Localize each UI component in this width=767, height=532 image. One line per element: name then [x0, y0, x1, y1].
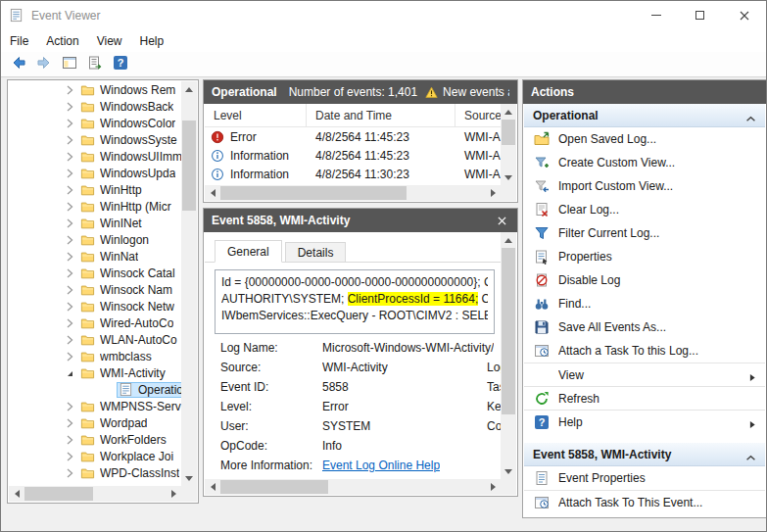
action-view[interactable]: View [524, 363, 765, 386]
scroll-thumb[interactable] [182, 121, 196, 211]
scroll-right-arrow[interactable] [485, 185, 501, 201]
folder-icon [80, 415, 96, 430]
tree-item-operational[interactable]: Operational [9, 381, 181, 398]
tree-item-wininet[interactable]: WinINet [9, 215, 181, 231]
event-log-online-help-link[interactable]: Event Log Online Help [322, 459, 440, 472]
scroll-left-arrow[interactable] [9, 486, 24, 502]
tree-item-wmpnss-serv[interactable]: WMPNSS-Serv [9, 398, 181, 414]
tree-horizontal-scrollbar[interactable] [9, 486, 181, 502]
menu-help[interactable]: Help [131, 30, 173, 52]
event-source-cell: WMI-A... [455, 149, 501, 163]
column-date[interactable]: Date and Time [307, 104, 455, 126]
tree-item-wired-autoco[interactable]: Wired-AutoCo [9, 314, 181, 331]
action-help[interactable]: ?Help [524, 410, 765, 433]
scroll-thumb[interactable] [502, 120, 515, 145]
event-row[interactable]: Information4/8/2564 11:30:23WMI-A... [205, 165, 501, 183]
action-create-custom-view[interactable]: Create Custom View... [524, 151, 765, 174]
tree-item-wmi-activity[interactable]: WMI-Activity [9, 364, 181, 381]
scroll-up-arrow[interactable] [181, 81, 197, 97]
tree-item-winsock-netw[interactable]: Winsock Netw [9, 298, 181, 314]
svg-text:?: ? [539, 416, 546, 428]
action-filter-current-log[interactable]: Filter Current Log... [524, 221, 765, 245]
column-source[interactable]: Source [455, 104, 501, 126]
field-label: Level: [220, 400, 322, 413]
close-details-button[interactable] [494, 214, 509, 227]
folder-icon [80, 82, 96, 97]
scroll-down-arrow[interactable] [181, 470, 197, 486]
event-message-box[interactable]: Id = {00000000-0000-0000-0000-0000000000… [215, 269, 495, 334]
tree-item-wmbclass[interactable]: wmbclass [9, 348, 181, 364]
action-properties[interactable]: Properties [524, 245, 765, 268]
actions-section-event-5858-wmi-activity[interactable]: Event 5858, WMI-Activity [524, 443, 765, 466]
menu-file[interactable]: File [1, 30, 37, 52]
toolbar-forward-arrow-icon[interactable] [32, 54, 56, 75]
tree-item-wpd-classinst[interactable]: WPD-ClassInst [9, 464, 181, 481]
minimize-button[interactable] [634, 1, 678, 29]
action-label: Create Custom View... [558, 156, 691, 169]
list-horizontal-scrollbar[interactable] [205, 185, 501, 201]
event-details-title: Event 5858, WMI-Activity [212, 214, 350, 227]
tree-item-workfolders[interactable]: WorkFolders [9, 431, 181, 448]
tree-item-winsock-nam[interactable]: Winsock Nam [9, 281, 181, 298]
detail-field-source: Source:WMI-ActivityLogge [220, 358, 501, 377]
tree-item-winlogon[interactable]: Winlogon [9, 231, 181, 248]
maximize-button[interactable] [678, 1, 722, 29]
tree-item-wlan-autoco[interactable]: WLAN-AutoCo [9, 331, 181, 348]
event-row[interactable]: Error4/8/2564 11:45:23WMI-A... [205, 127, 501, 146]
scroll-right-arrow[interactable] [485, 479, 501, 495]
scroll-thumb[interactable] [502, 248, 515, 414]
scroll-thumb[interactable] [220, 186, 407, 200]
action-save-all-events-as[interactable]: Save All Events As... [524, 315, 765, 339]
tree-vertical-scrollbar[interactable] [181, 81, 197, 486]
close-button[interactable] [722, 1, 766, 29]
tree-item-wordpad[interactable]: Wordpad [9, 414, 181, 431]
event-row[interactable]: Information4/8/2564 11:45:23WMI-A... [205, 146, 501, 165]
tree-item-windows-rem[interactable]: Windows Rem [9, 81, 181, 98]
tree-item-windowsback[interactable]: WindowsBack [9, 98, 181, 115]
toolbar-back-arrow-icon[interactable] [7, 54, 30, 75]
scroll-up-arrow[interactable] [501, 232, 516, 248]
scroll-up-arrow[interactable] [501, 104, 516, 120]
tab-general[interactable]: General [215, 240, 282, 263]
scroll-down-arrow[interactable] [501, 169, 516, 185]
menu-action[interactable]: Action [37, 30, 87, 52]
details-horizontal-scrollbar[interactable] [205, 479, 501, 495]
action-clear-log[interactable]: Clear Log... [524, 198, 765, 221]
scroll-thumb[interactable] [24, 487, 93, 501]
action-attach-a-task-to-this-log[interactable]: Attach a Task To this Log... [524, 339, 765, 363]
column-level[interactable]: Level [205, 104, 307, 126]
scroll-down-arrow[interactable] [501, 463, 516, 479]
scroll-thumb[interactable] [220, 480, 328, 494]
action-attach-task-to-this-event[interactable]: Attach Task To This Event... [524, 490, 765, 513]
action-import-custom-view[interactable]: Import Custom View... [524, 174, 765, 198]
toolbar-help-icon[interactable]: ? [109, 54, 132, 75]
action-disable-log[interactable]: Disable Log [524, 268, 765, 292]
folder-icon [80, 299, 96, 314]
import-custom-view-icon [534, 178, 550, 194]
tree-item-winhttp-micr[interactable]: WinHttp (Micr [9, 198, 181, 215]
tree-item-windowsuiimm[interactable]: WindowsUIImm [9, 148, 181, 165]
action-refresh[interactable]: Refresh [524, 386, 765, 410]
actions-section-operational[interactable]: Operational [524, 104, 765, 127]
toolbar-console-tree-icon[interactable] [58, 54, 81, 75]
action-open-saved-log[interactable]: Open Saved Log... [524, 127, 765, 151]
action-label: Event Properties [558, 471, 661, 485]
tab-details[interactable]: Details [285, 242, 347, 263]
tree-item-winnat[interactable]: WinNat [9, 248, 181, 265]
scroll-left-arrow[interactable] [205, 479, 220, 495]
tree-item-windowscolor[interactable]: WindowsColor [9, 115, 181, 131]
tree-item-winsock-catal[interactable]: Winsock Catal [9, 265, 181, 281]
menu-view[interactable]: View [88, 30, 131, 52]
scroll-right-arrow[interactable] [166, 486, 181, 502]
action-event-properties[interactable]: Event Properties [524, 466, 765, 490]
details-vertical-scrollbar[interactable] [501, 232, 516, 479]
tree-item-windowssyste[interactable]: WindowsSyste [9, 131, 181, 148]
scroll-left-arrow[interactable] [205, 185, 220, 201]
action-find[interactable]: Find... [524, 292, 765, 315]
list-vertical-scrollbar[interactable] [501, 104, 516, 185]
toolbar-export-list-icon[interactable] [83, 54, 107, 75]
tree-item-windowsupda[interactable]: WindowsUpda [9, 165, 181, 181]
tree-item-workplace-joi[interactable]: Workplace Joi [9, 448, 181, 464]
folder-icon [80, 465, 96, 480]
tree-item-winhttp[interactable]: WinHttp [9, 181, 181, 198]
